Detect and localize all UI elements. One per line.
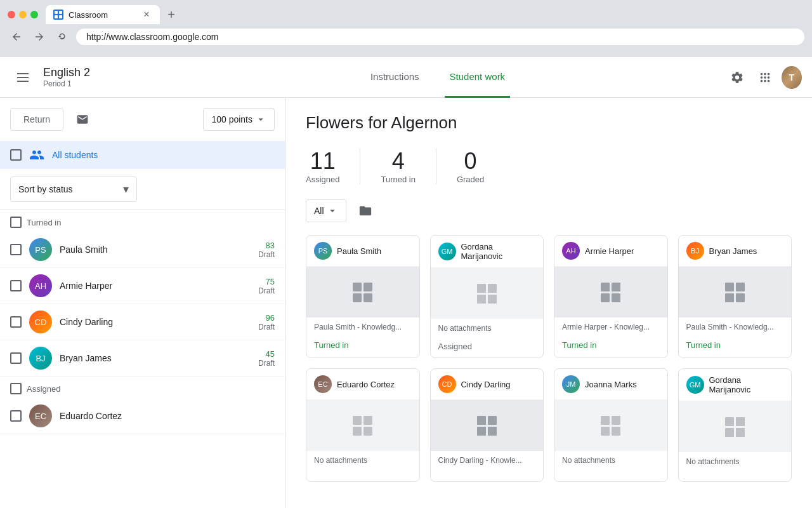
student-name: Eduardo Cortez — [60, 411, 267, 421]
stat-turned-in: 4 Turned in — [360, 148, 436, 184]
apps-button[interactable] — [754, 65, 776, 90]
student-row[interactable]: PS Paula Smith 83 Draft — [0, 232, 285, 268]
student-checkbox[interactable] — [10, 280, 22, 291]
sort-label: Sort by status — [18, 184, 123, 194]
sort-dropdown-arrow: ▾ — [123, 182, 129, 196]
card-avatar: EC — [314, 375, 332, 393]
student-checkbox[interactable] — [10, 352, 22, 364]
card-student-name: Joanna Marks — [585, 380, 637, 389]
svg-rect-1 — [59, 11, 62, 14]
student-avatar: BJ — [29, 347, 52, 370]
back-button[interactable] — [8, 28, 25, 46]
card-thumbnail — [431, 268, 544, 319]
assignment-title: Flowers for Algernon — [306, 113, 792, 133]
header-right: T — [726, 65, 802, 90]
card-file-name: No attachments — [679, 452, 792, 471]
card-header: JM Joanna Marks — [554, 369, 667, 400]
student-card[interactable]: GM Gordana Marijanovic No attachments — [430, 235, 544, 358]
points-selector[interactable]: 100 points — [203, 108, 275, 131]
student-row[interactable]: EC Eduardo Cortez — [0, 398, 285, 434]
user-avatar[interactable]: T — [782, 66, 802, 89]
header-left: English 2 Period 1 — [10, 65, 150, 90]
card-file-name: Cindy Darling - Knowle... — [431, 451, 544, 470]
card-header: EC Eduardo Cortez — [306, 369, 419, 400]
student-row[interactable]: AH Armie Harper 75 Draft — [0, 268, 285, 304]
mail-button[interactable] — [71, 108, 94, 131]
stat-graded: 0 Graded — [436, 148, 504, 184]
browser-tab[interactable]: Classroom × — [46, 5, 160, 24]
left-sidebar: Return 100 points All students — [0, 98, 285, 508]
all-students-row[interactable]: All students — [0, 141, 285, 169]
student-card[interactable]: EC Eduardo Cortez No attachments — [306, 368, 420, 482]
card-thumbnail — [679, 401, 792, 452]
card-file-name: No attachments — [306, 451, 419, 470]
card-avatar: JM — [562, 375, 580, 393]
turned-in-label: Turned in — [27, 218, 61, 227]
window-controls — [8, 11, 38, 18]
card-thumbnail — [679, 267, 792, 318]
student-row[interactable]: CD Cindy Darling 96 Draft — [0, 304, 285, 340]
student-card[interactable]: PS Paula Smith Paula Smith - Knowledg... — [306, 235, 420, 358]
sort-row: Sort by status ▾ — [0, 169, 285, 210]
sort-by-status-selector[interactable]: Sort by status ▾ — [10, 177, 137, 202]
tab-title: Classroom — [69, 10, 108, 20]
student-card[interactable]: AH Armie Harper Armie Harper - Knowleg..… — [554, 235, 668, 358]
all-filter-selector[interactable]: All — [306, 199, 346, 222]
student-card[interactable]: GM Gordana Marijanovic No attachments — [678, 368, 792, 482]
settings-button[interactable] — [726, 65, 749, 90]
cards-grid: PS Paula Smith Paula Smith - Knowledg... — [306, 235, 792, 482]
student-checkbox[interactable] — [10, 410, 22, 422]
student-card[interactable]: CD Cindy Darling Cindy Darling - Knowle.… — [430, 368, 544, 482]
stat-graded-label: Graded — [457, 175, 484, 184]
card-status — [306, 470, 419, 480]
student-checkbox[interactable] — [10, 244, 22, 255]
svg-rect-0 — [55, 11, 58, 14]
student-avatar: CD — [29, 311, 52, 333]
card-status — [431, 470, 544, 480]
minimize-window-button[interactable] — [19, 11, 27, 18]
header-tabs: Instructions Student work — [150, 57, 726, 98]
refresh-button[interactable] — [53, 28, 71, 46]
turned-in-section-header: Turned in — [0, 210, 285, 232]
student-grade: 45 Draft — [258, 349, 275, 368]
student-checkbox[interactable] — [10, 316, 22, 328]
tab-close-button[interactable]: × — [141, 9, 152, 20]
student-row[interactable]: BJ Bryan James 45 Draft — [0, 340, 285, 377]
maximize-window-button[interactable] — [30, 11, 38, 18]
turned-in-section-checkbox[interactable] — [10, 217, 22, 228]
return-button[interactable]: Return — [10, 108, 63, 131]
card-student-name: Gordana Marijanovic — [709, 375, 784, 394]
address-bar[interactable] — [76, 29, 804, 45]
card-file-name: Paula Smith - Knowledg... — [306, 318, 419, 337]
student-avatar: AH — [29, 274, 52, 297]
card-header: CD Cindy Darling — [431, 369, 544, 400]
card-thumbnail — [306, 400, 419, 451]
close-window-button[interactable] — [8, 11, 15, 18]
card-avatar: BJ — [686, 242, 704, 260]
tab-instructions[interactable]: Instructions — [365, 57, 424, 98]
card-file-name: No attachments — [554, 451, 667, 470]
hamburger-button[interactable] — [10, 65, 36, 90]
card-avatar: PS — [314, 242, 332, 260]
student-card[interactable]: BJ Bryan James Paula Smith - Knowledg... — [678, 235, 792, 358]
stat-assigned-num: 11 — [310, 148, 336, 175]
card-file-name: Armie Harper - Knowleg... — [554, 318, 667, 337]
main-content: Return 100 points All students — [0, 98, 812, 508]
forward-button[interactable] — [30, 28, 48, 46]
class-period: Period 1 — [43, 79, 90, 88]
all-students-checkbox[interactable] — [10, 149, 22, 161]
card-student-name: Eduardo Cortez — [337, 380, 395, 389]
assigned-label: Assigned — [27, 384, 60, 394]
card-header: PS Paula Smith — [306, 236, 419, 267]
folder-button[interactable] — [354, 199, 377, 222]
tab-student-work[interactable]: Student work — [445, 57, 511, 98]
student-card[interactable]: JM Joanna Marks No attachments — [554, 368, 668, 482]
card-thumbnail — [554, 400, 667, 451]
svg-rect-3 — [59, 15, 62, 18]
all-filter-label: All — [314, 206, 324, 216]
card-thumbnail — [306, 267, 419, 318]
card-avatar: GM — [686, 376, 704, 394]
assigned-section-checkbox[interactable] — [10, 383, 22, 394]
card-student-name: Cindy Darling — [461, 380, 511, 389]
new-tab-button[interactable]: + — [162, 6, 180, 23]
